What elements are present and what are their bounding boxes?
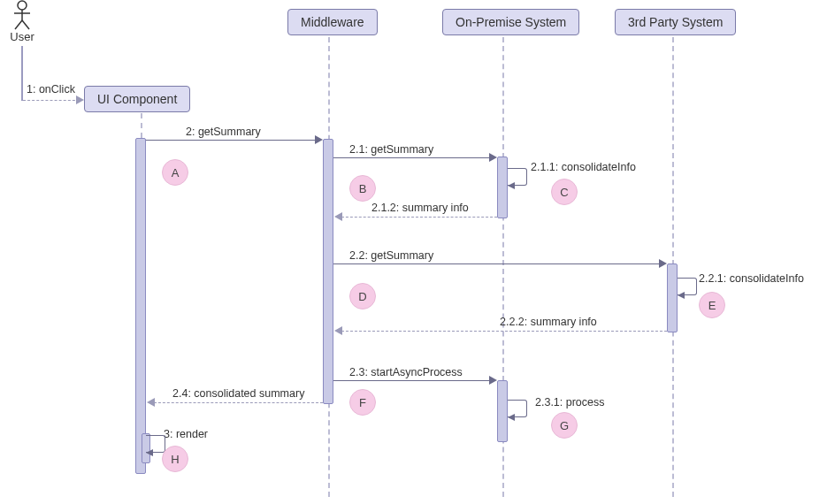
selfcall-ah-2-2-1 — [678, 292, 685, 299]
lifeline-head-op: On-Premise System — [442, 9, 579, 35]
selfcall-ah-2-3-1 — [508, 414, 515, 421]
arrow-2-2-2 — [341, 331, 667, 332]
annotation-B: B — [349, 175, 376, 202]
lifeline-user — [21, 46, 23, 101]
svg-line-4 — [22, 20, 29, 29]
arrowhead-2-4 — [147, 398, 155, 407]
arrow-2-1 — [333, 157, 493, 158]
annotation-E: E — [699, 292, 725, 318]
arrow-onclick — [23, 100, 80, 101]
lifeline-ui-label: UI Component — [97, 92, 177, 106]
lifeline-tp-label: 3rd Party System — [628, 15, 723, 29]
arrowhead-2-1 — [489, 153, 497, 162]
lifeline-mw-label: Middleware — [301, 15, 364, 29]
msg-2-1-2: 2.1.2: summary info — [371, 202, 469, 214]
msg-2-4: 2.4: consolidated summary — [172, 387, 304, 400]
lifeline-ui-dash — [141, 113, 142, 138]
actor-user-label: User — [4, 30, 40, 43]
annotation-F: F — [349, 389, 376, 416]
arrowhead-2-3 — [489, 376, 497, 385]
sequence-diagram: User UI Component Middleware On-Premise … — [0, 0, 827, 504]
lifeline-head-mw: Middleware — [287, 9, 378, 35]
activation-ui — [135, 138, 146, 474]
selfcall-ah-3 — [146, 449, 153, 456]
msg-2-1: 2.1: getSummary — [349, 143, 433, 156]
arrowhead-2 — [315, 135, 323, 144]
annotation-A: A — [162, 159, 188, 186]
annotation-D: D — [349, 283, 376, 309]
msg-2-3: 2.3: startAsyncProcess — [349, 366, 463, 378]
svg-line-3 — [15, 20, 22, 29]
activation-mw — [323, 139, 333, 404]
arrowhead-2-1-2 — [334, 212, 342, 221]
arrowhead-2-2 — [659, 259, 667, 268]
msg-3: 3: render — [164, 428, 208, 440]
svg-point-0 — [18, 1, 27, 10]
annotation-C: C — [551, 179, 578, 205]
user-icon — [4, 0, 40, 30]
arrow-2-3 — [333, 380, 493, 381]
activation-tp — [667, 263, 678, 332]
msg-2-3-1: 2.3.1: process — [535, 396, 605, 409]
msg-onclick: 1: onClick — [27, 83, 75, 95]
activation-op-1 — [497, 157, 508, 218]
arrowhead-2-2-2 — [334, 326, 342, 335]
arrowhead-onclick — [76, 95, 84, 104]
activation-op-2 — [497, 380, 508, 442]
arrow-2 — [146, 140, 318, 141]
lifeline-head-ui: UI Component — [84, 86, 190, 112]
annotation-G: G — [551, 412, 578, 439]
lifeline-op-label: On-Premise System — [456, 15, 566, 29]
msg-2-2-1: 2.2.1: consolidateInfo — [699, 272, 804, 285]
arrow-2-1-2 — [341, 217, 497, 218]
annotation-H: H — [162, 446, 188, 472]
lifeline-head-tp: 3rd Party System — [615, 9, 736, 35]
msg-2-2: 2.2: getSummary — [349, 249, 433, 262]
msg-2-1-1: 2.1.1: consolidateInfo — [531, 161, 636, 173]
selfcall-ah-2-1-1 — [508, 182, 515, 189]
msg-2: 2: getSummary — [186, 126, 261, 138]
arrow-2-4 — [154, 402, 323, 403]
actor-user: User — [4, 0, 40, 43]
msg-2-2-2: 2.2.2: summary info — [500, 316, 597, 328]
arrow-2-2 — [333, 263, 662, 264]
